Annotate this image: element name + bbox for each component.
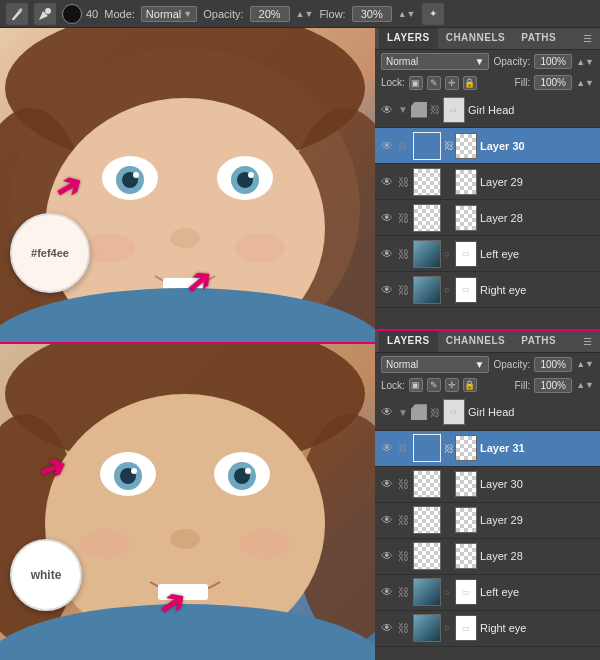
eye-icon-layer31[interactable]: 👁: [379, 440, 395, 456]
opacity-label: Opacity:: [203, 8, 243, 20]
expand-icon-girl-head-bottom[interactable]: ▼: [398, 407, 408, 418]
layer-name-girl-head-bottom: Girl Head: [468, 406, 596, 418]
tab-channels-bottom[interactable]: CHANNELS: [438, 331, 514, 352]
lock-transparent-icon[interactable]: ▣: [409, 76, 423, 90]
chain-icon-righteye: ⛓: [398, 284, 410, 296]
airbrush-icon[interactable]: ✦: [422, 3, 444, 25]
tab-layers-bottom[interactable]: LAYERS: [379, 331, 438, 352]
svg-point-35: [80, 529, 130, 559]
fill-arrows-top: ▲▼: [576, 78, 594, 88]
eye-icon-layer30-b[interactable]: 👁: [379, 476, 395, 492]
opacity-arrows-bottom: ▲▼: [576, 359, 594, 369]
panel-menu-icon-top[interactable]: ☰: [579, 29, 596, 48]
layer-row-righteye-bottom[interactable]: 👁 ⛓ ○ ▭ Right eye: [375, 611, 600, 647]
link-righteye-b: ○: [444, 623, 452, 633]
link-lefteye-b: ○: [444, 587, 452, 597]
panel-tabs-bottom: LAYERS CHANNELS PATHS ☰: [375, 331, 600, 353]
layer-row-lefteye-top[interactable]: 👁 ⛓ ○ ▭ Left eye: [375, 236, 600, 272]
lock-row-bottom: Lock: ▣ ✎ ✛ 🔒 Fill: 100% ▲▼: [375, 376, 600, 395]
blend-mode-dropdown-bottom[interactable]: Normal ▼: [381, 356, 489, 373]
eye-icon-girl-head-top[interactable]: 👁: [379, 102, 395, 118]
layers-list-bottom: 👁 ▼ ⛓ ▭ Girl Head 👁 ⛓ ⛓ Layer 31: [375, 395, 600, 660]
layer-name-29-bottom: Layer 29: [480, 514, 596, 526]
lock-position-icon-b[interactable]: ✛: [445, 378, 459, 392]
secondary-tool-icon[interactable]: [34, 3, 56, 25]
layer-name-29-top: Layer 29: [480, 176, 596, 188]
canvas-top[interactable]: ➔ ➔ #fef4ee: [0, 28, 375, 344]
blend-mode-dropdown-top[interactable]: Normal ▼: [381, 53, 489, 70]
link-lefteye: ○: [444, 249, 452, 259]
thumb-layer28-b: [413, 542, 441, 570]
eye-icon-girl-head-bottom[interactable]: 👁: [379, 404, 395, 420]
eye-icon-layer29[interactable]: 👁: [379, 174, 395, 190]
thumb-righteye-b: [413, 614, 441, 642]
thumb-layer31: [413, 434, 441, 462]
tab-layers-top[interactable]: LAYERS: [379, 28, 438, 49]
brush-tool-icon[interactable]: [6, 3, 28, 25]
layer-row-28-top[interactable]: 👁 ⛓ Layer 28: [375, 200, 600, 236]
layer-row-29-top[interactable]: 👁 ⛓ Layer 29: [375, 164, 600, 200]
lock-image-icon[interactable]: ✎: [427, 76, 441, 90]
mask-lefteye-b: ▭: [455, 579, 477, 605]
eye-icon-righteye[interactable]: 👁: [379, 282, 395, 298]
thumb-layer29: [413, 168, 441, 196]
fill-arrows-bottom: ▲▼: [576, 380, 594, 390]
eye-icon-lefteye[interactable]: 👁: [379, 246, 395, 262]
tab-paths-bottom[interactable]: PATHS: [513, 331, 564, 352]
fill-value-bottom[interactable]: 100%: [534, 378, 572, 393]
lock-all-icon[interactable]: 🔒: [463, 76, 477, 90]
chain-icon-layer28-b: ⛓: [398, 550, 410, 562]
brush-preview[interactable]: [62, 4, 82, 24]
layer-row-30-bottom[interactable]: 👁 ⛓ Layer 30: [375, 467, 600, 503]
blend-arrow-icon-top: ▼: [475, 56, 485, 67]
layers-panel-top: LAYERS CHANNELS PATHS ☰ Normal ▼ Opacity…: [375, 28, 600, 331]
opacity-value-bottom[interactable]: 100%: [534, 357, 572, 372]
fill-value-top[interactable]: 100%: [534, 75, 572, 90]
opacity-value-top[interactable]: 100%: [534, 54, 572, 69]
layer-row-28-bottom[interactable]: 👁 ⛓ Layer 28: [375, 539, 600, 575]
mode-dropdown[interactable]: Normal ▼: [141, 6, 197, 22]
lock-image-icon-b[interactable]: ✎: [427, 378, 441, 392]
tab-paths-top[interactable]: PATHS: [513, 28, 564, 49]
canvas-bottom[interactable]: ➔ ➔ white: [0, 344, 375, 660]
eye-icon-layer28[interactable]: 👁: [379, 210, 395, 226]
svg-point-31: [245, 468, 251, 474]
mode-arrow-icon: ▼: [183, 9, 192, 19]
layer-row-girl-head-top[interactable]: 👁 ▼ ⛓ ▭ Girl Head: [375, 92, 600, 128]
link-icon-layer31: ⛓: [444, 443, 452, 454]
fill-label-bottom: Fill:: [515, 380, 531, 391]
eye-icon-righteye-b[interactable]: 👁: [379, 620, 395, 636]
opacity-input[interactable]: 20%: [250, 6, 290, 22]
brush-indicator: 40: [62, 4, 98, 24]
layer-row-lefteye-bottom[interactable]: 👁 ⛓ ○ ▭ Left eye: [375, 575, 600, 611]
mask-layer31: [455, 435, 477, 461]
lock-all-icon-b[interactable]: 🔒: [463, 378, 477, 392]
lock-position-icon[interactable]: ✛: [445, 76, 459, 90]
lock-transparent-icon-b[interactable]: ▣: [409, 378, 423, 392]
eye-icon-lefteye-b[interactable]: 👁: [379, 584, 395, 600]
tab-channels-top[interactable]: CHANNELS: [438, 28, 514, 49]
layer-row-31-bottom[interactable]: 👁 ⛓ ⛓ Layer 31: [375, 431, 600, 467]
color-swatch-top: #fef4ee: [10, 213, 90, 293]
layer-name-30-bottom: Layer 30: [480, 478, 596, 490]
mask-layer29-b: [455, 507, 477, 533]
layers-panel-bottom: LAYERS CHANNELS PATHS ☰ Normal ▼ Opacity…: [375, 331, 600, 660]
eye-icon-layer29-b[interactable]: 👁: [379, 512, 395, 528]
layer-row-29-bottom[interactable]: 👁 ⛓ Layer 29: [375, 503, 600, 539]
link-icon-girl-head: ⛓: [430, 104, 440, 115]
panel-controls-top: Normal ▼ Opacity: 100% ▲▼: [375, 50, 600, 73]
svg-point-19: [235, 233, 285, 263]
layer-row-30-top[interactable]: 👁 ⛓ ⛓ Layer 30: [375, 128, 600, 164]
layer-row-righteye-top[interactable]: 👁 ⛓ ○ ▭ Right eye: [375, 272, 600, 308]
panel-menu-icon-bottom[interactable]: ☰: [579, 332, 596, 351]
flow-input[interactable]: 30%: [352, 6, 392, 22]
flow-arrow-icon: ▲▼: [398, 9, 416, 19]
eye-icon-layer28-b[interactable]: 👁: [379, 548, 395, 564]
lock-label-bottom: Lock:: [381, 380, 405, 391]
eye-icon-layer30[interactable]: 👁: [379, 138, 395, 154]
expand-icon-girl-head-top[interactable]: ▼: [398, 104, 408, 115]
chain-icon-righteye-b: ⛓: [398, 622, 410, 634]
canvas-area: ➔ ➔ #fef4ee: [0, 28, 375, 660]
layer-row-girl-head-bottom[interactable]: 👁 ▼ ⛓ ▭ Girl Head: [375, 395, 600, 431]
svg-point-18: [85, 233, 135, 263]
